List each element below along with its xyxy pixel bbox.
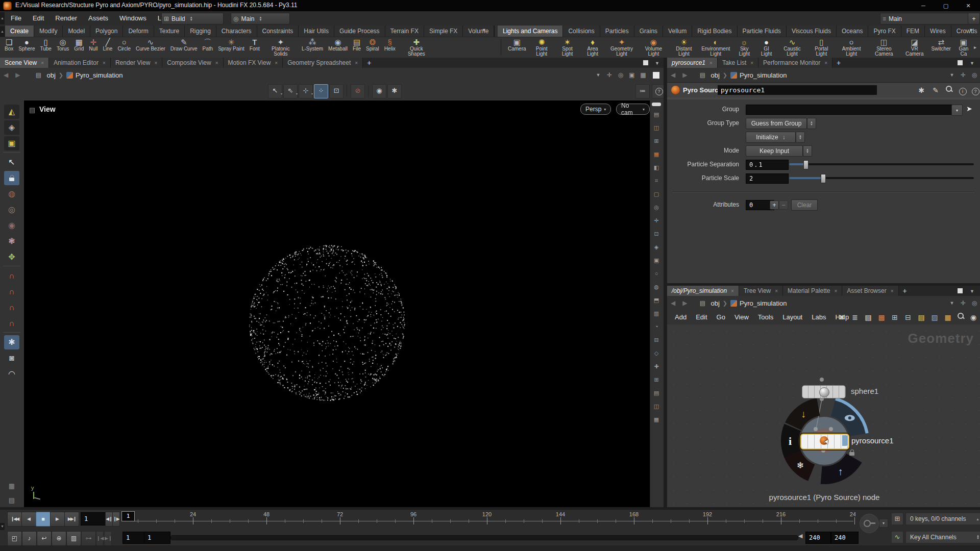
close-tab-icon[interactable]: × — [103, 60, 106, 66]
select-arrow-icon[interactable]: ↖ — [4, 155, 19, 169]
particle-scale-input[interactable]: 2 — [746, 173, 789, 184]
shelf-tool-line[interactable]: ╱Line — [101, 37, 115, 59]
frame-ruler[interactable]: 24487296120144168192216240 1 — [120, 511, 855, 527]
tools-wrench-icon[interactable]: ✖ — [837, 312, 847, 322]
network-search-icon[interactable] — [956, 312, 966, 322]
shelf-tab-create[interactable]: Create — [5, 26, 34, 37]
viewport-side-icon-20[interactable]: ⊞ — [651, 375, 662, 384]
add-desktop-button[interactable]: + — [968, 13, 980, 24]
network-canvas[interactable]: Geometry ↓ i ❄ ↑ — [667, 324, 980, 509]
shelf-tab-deform[interactable]: Deform — [123, 26, 154, 37]
keys-icon[interactable]: ⊞ — [891, 513, 903, 525]
build-spinner[interactable]: ▲▼ — [190, 16, 193, 21]
breadcrumb-obj[interactable]: ▤ obj — [31, 71, 57, 79]
desktop-tab-main[interactable]: ≡ Main — [880, 13, 969, 24]
forward-icon[interactable]: ▶ — [679, 71, 691, 79]
breadcrumb-obj[interactable]: ▤ obj — [695, 71, 721, 79]
viewport-side-icon-23[interactable]: ▦ — [651, 415, 662, 424]
group-select-arrow-icon[interactable]: ➤ — [966, 105, 972, 113]
shelf-tab-polygon[interactable]: Polygon — [90, 26, 123, 37]
add-pane-tab-button[interactable]: + — [832, 58, 845, 68]
shelf-tool-stereo-camera[interactable]: ◫Stereo Camera — [868, 37, 900, 59]
color-palette-icon[interactable]: ▩ — [876, 312, 887, 322]
shelf-tool-camera[interactable]: ▣Camera — [505, 37, 529, 59]
shelf-tab-guide-process[interactable]: Guide Process — [334, 26, 385, 37]
minimize-button[interactable]: ─ — [913, 0, 934, 11]
menu-edit[interactable]: Edit — [27, 11, 50, 25]
target-icon[interactable]: ◎ — [969, 71, 980, 79]
viewport-side-icon-10[interactable]: ◈ — [651, 242, 662, 252]
sticky-note-icon[interactable]: ▤ — [916, 312, 926, 322]
step-back-button[interactable]: ◀❙ — [105, 512, 113, 527]
background-image-icon[interactable]: ▨ — [929, 312, 940, 322]
net-menu-tools[interactable]: Tools — [753, 310, 778, 324]
tree-hierarchy-icon[interactable]: ≣ — [850, 312, 860, 322]
net-menu-edit[interactable]: Edit — [691, 310, 712, 324]
box-zoom-icon[interactable]: ⊡ — [329, 84, 344, 98]
undo-behavior-icon[interactable]: ↩ — [37, 531, 52, 546]
pane-tab-performance-monitor[interactable]: Performance Monitor× — [758, 58, 832, 68]
viewport-canvas[interactable]: ▤ View Persp ▾ No cam ▾ y — [24, 101, 650, 507]
shelf-tab-oceans[interactable]: Oceans — [837, 26, 868, 37]
pane-split-icon[interactable] — [643, 60, 648, 65]
shelf-tool-tube[interactable]: ▯Tube — [37, 37, 54, 59]
shelf-tool-platonic-solids[interactable]: ✦Platonic Solids — [262, 37, 299, 59]
display-options-icon[interactable]: ✱ — [387, 84, 402, 98]
shelf-tool-circle[interactable]: ○Circle — [115, 37, 133, 59]
initialize-button[interactable]: Initialize ↓ — [746, 132, 796, 143]
viewport-side-icon-6[interactable]: ▢ — [651, 189, 662, 198]
snapshot-camera-icon[interactable]: ◉ — [372, 84, 386, 98]
brush-icon[interactable]: ✎ — [930, 85, 941, 95]
shelf-left-overflow-icon[interactable]: ▼ — [482, 28, 486, 33]
scale-tool-icon[interactable]: ◉ — [4, 218, 19, 233]
shelf-tab-viscous-fluids[interactable]: Viscous Fluids — [787, 26, 837, 37]
close-tab-icon[interactable]: × — [834, 288, 837, 294]
shelf-tab-collisions[interactable]: Collisions — [563, 26, 600, 37]
shelf-tab-vellum[interactable]: Vellum — [663, 26, 692, 37]
viewport-side-icon-11[interactable]: ▣ — [651, 256, 662, 265]
menu-windows[interactable]: Windows — [114, 11, 152, 25]
target-icon[interactable]: ◎ — [969, 299, 980, 307]
shelf-tool-path[interactable]: ⌒Path — [200, 37, 216, 59]
sphere1-node-label[interactable]: sphere1 — [851, 387, 878, 395]
display-flag-icon[interactable]: ▣ — [626, 71, 638, 79]
shelf-tab-rigid-bodies[interactable]: Rigid Bodies — [692, 26, 737, 37]
particle-separation-slider[interactable] — [789, 163, 974, 165]
prev-key-button[interactable]: ❙◀ — [96, 531, 104, 546]
attributes-remove-button[interactable]: − — [779, 201, 788, 210]
snapshot-icon[interactable] — [653, 72, 659, 79]
shelf-tool-draw-curve[interactable]: ✎Draw Curve — [168, 37, 200, 59]
shelf-tab-constraints[interactable]: Constraints — [257, 26, 299, 37]
shelf-tool-grid[interactable]: ▦Grid — [71, 37, 86, 59]
viewport-side-icon-15[interactable]: ▥ — [651, 309, 662, 318]
particle-separation-handle[interactable] — [803, 160, 808, 169]
pane-tab-material-palette[interactable]: Material Palette× — [783, 286, 842, 296]
close-tab-icon[interactable]: × — [824, 60, 827, 66]
pane-menu-icon[interactable]: ▼ — [655, 61, 659, 66]
viewport-side-icon-16[interactable]: ◔ — [651, 322, 662, 331]
shelf-tab-fem[interactable]: FEM — [901, 26, 925, 37]
viewport-side-icon-2[interactable]: ⊞ — [651, 136, 662, 145]
viewport-side-icon-19[interactable]: ✚ — [651, 362, 662, 371]
close-button[interactable]: ✕ — [958, 0, 979, 11]
viewport-side-icon-14[interactable]: ⬒ — [651, 295, 662, 305]
pane-tab-asset-browser[interactable]: Asset Browser× — [842, 286, 898, 296]
next-key-button[interactable]: ▶❙ — [104, 531, 112, 546]
shelf-tool-font[interactable]: TFont — [247, 37, 262, 59]
handles-tool-icon[interactable]: ✥ — [4, 250, 19, 264]
close-tab-icon[interactable]: × — [750, 60, 753, 66]
pane-split-icon[interactable] — [958, 60, 963, 65]
display-sliders-icon[interactable]: ≔ — [635, 84, 650, 98]
viewport-side-icon-0[interactable]: ▤ — [651, 110, 662, 119]
playhead-frame-flag[interactable]: 1 — [121, 511, 135, 521]
clear-button[interactable]: Clear — [791, 199, 818, 211]
key-mode-select[interactable]: Key All Channels ▲▼ — [905, 531, 980, 543]
ruler-units-icon[interactable]: ▥ — [66, 531, 81, 546]
shelf-tab-particles[interactable]: Particles — [600, 26, 634, 37]
breadcrumb-obj[interactable]: ▤ obj — [695, 299, 721, 307]
audio-icon[interactable]: ♪ — [22, 531, 37, 546]
current-frame-field[interactable]: 1 — [81, 512, 107, 525]
pane-tab-pyrosource1[interactable]: pyrosource1× — [667, 58, 718, 68]
shelf-tab-lights-and-cameras[interactable]: Lights and Cameras — [498, 26, 563, 37]
viewport-side-icon-8[interactable]: ✛ — [651, 216, 662, 225]
